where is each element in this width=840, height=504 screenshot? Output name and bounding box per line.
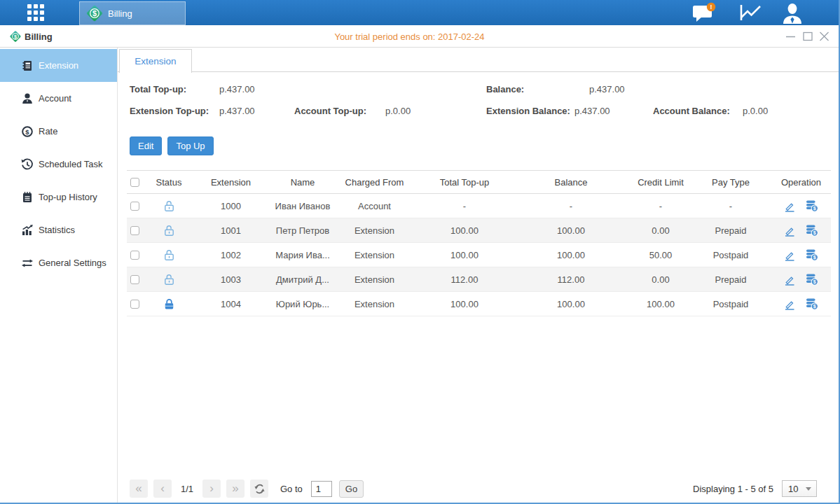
- cell-balance: 100.00: [511, 299, 631, 309]
- select-all-checkbox[interactable]: [130, 178, 139, 187]
- edit-button[interactable]: Edit: [130, 136, 162, 155]
- account-topup-label: Account Top-up:: [294, 106, 366, 116]
- edit-row-icon[interactable]: [783, 249, 796, 261]
- table-row[interactable]: 1001Петр ПетровExtension100.00100.000.00…: [127, 218, 831, 243]
- maximize-icon[interactable]: [802, 31, 813, 42]
- trial-notice: Your trial period ends on: 2017-02-24: [0, 31, 819, 42]
- sidebar-item-label: General Settings: [39, 258, 106, 268]
- row-checkbox[interactable]: [130, 275, 139, 284]
- column-header-operation[interactable]: Operation: [771, 177, 831, 188]
- table-row[interactable]: 1002Мария Ива...Extension100.00100.0050.…: [127, 243, 831, 267]
- row-checkbox[interactable]: [130, 251, 139, 260]
- table-row[interactable]: 1003Дмитрий Д...Extension112.00112.000.0…: [127, 267, 831, 292]
- topup-row-icon[interactable]: $: [805, 274, 819, 286]
- first-page-button[interactable]: «: [130, 479, 148, 498]
- app-launcher-icon[interactable]: [27, 4, 45, 22]
- extension-icon: [21, 59, 34, 72]
- topup-history-icon: [21, 191, 34, 204]
- sidebar-item-rate[interactable]: $ Rate: [0, 115, 117, 148]
- go-button[interactable]: Go: [339, 480, 364, 498]
- balance-label: Balance:: [486, 84, 524, 94]
- cell-total-topup: 100.00: [418, 225, 511, 236]
- column-header-balance[interactable]: Balance: [511, 177, 631, 188]
- cell-total-topup: 100.00: [418, 299, 511, 309]
- topbar-tab-label: Billing: [108, 8, 132, 19]
- cell-name: Мария Ива...: [275, 250, 331, 260]
- extension-balance-label: Extension Balance:: [486, 106, 570, 116]
- cell-extension: 1001: [187, 225, 275, 236]
- billing-window: $ Billing !: [0, 0, 840, 504]
- dropdown-arrow-icon: [806, 487, 811, 491]
- close-icon[interactable]: [819, 31, 829, 42]
- prev-page-button[interactable]: ‹: [153, 479, 172, 498]
- account-topup-value: p.0.00: [385, 106, 411, 116]
- extension-topup-value: p.437.00: [219, 106, 255, 116]
- refresh-icon: [254, 483, 266, 495]
- edit-row-icon[interactable]: [783, 274, 796, 286]
- column-header-charged-from[interactable]: Charged From: [331, 177, 418, 188]
- table-row[interactable]: 1000Иван ИвановAccount----$: [127, 194, 831, 218]
- sidebar-item-general-settings[interactable]: General Settings: [0, 246, 117, 279]
- lock-icon: [163, 298, 175, 310]
- topup-row-icon[interactable]: $: [805, 249, 819, 261]
- topbar-tab-billing[interactable]: $ Billing: [79, 1, 186, 25]
- sidebar-item-scheduled-task[interactable]: Scheduled Task: [0, 148, 117, 181]
- unlock-icon: [163, 249, 175, 261]
- sidebar-item-statistics[interactable]: Statistics: [0, 214, 117, 246]
- row-checkbox[interactable]: [130, 226, 139, 235]
- tab-extension[interactable]: Extension: [119, 49, 192, 73]
- sidebar-item-label: Rate: [39, 126, 57, 136]
- cell-credit-limit: 100.00: [631, 299, 690, 309]
- cell-name: Юрий Юрь...: [275, 299, 331, 309]
- tab-bar: Extension: [118, 48, 839, 72]
- sidebar-item-extension[interactable]: Extension: [0, 49, 117, 82]
- goto-page-input[interactable]: [311, 481, 332, 497]
- minimize-icon[interactable]: [785, 31, 796, 42]
- row-checkbox[interactable]: [130, 300, 139, 309]
- table-row[interactable]: 1004Юрий Юрь...Extension100.00100.00100.…: [127, 292, 831, 316]
- topup-row-icon[interactable]: $: [805, 225, 819, 237]
- column-header-status[interactable]: Status: [151, 177, 187, 188]
- cell-credit-limit: 0.00: [631, 274, 690, 285]
- svg-text:$: $: [813, 304, 816, 309]
- statistics-chart-icon[interactable]: [738, 2, 764, 23]
- top-up-button[interactable]: Top Up: [167, 136, 213, 155]
- edit-row-icon[interactable]: [783, 200, 796, 212]
- topup-row-icon[interactable]: $: [805, 298, 819, 310]
- topup-row-icon[interactable]: $: [805, 200, 819, 212]
- account-balance-label: Account Balance:: [653, 106, 730, 116]
- sidebar-item-label: Extension: [39, 60, 78, 71]
- extension-balance-value: p.437.00: [574, 106, 610, 116]
- column-header-pay-type[interactable]: Pay Type: [690, 177, 771, 188]
- sidebar-item-top-up-history[interactable]: Top-up History: [0, 181, 117, 214]
- page-size-select[interactable]: 10: [782, 480, 817, 497]
- refresh-button[interactable]: [250, 479, 268, 498]
- cell-extension: 1002: [187, 250, 275, 260]
- column-header-total-top-up[interactable]: Total Top-up: [418, 177, 511, 188]
- cell-total-topup: -: [418, 201, 511, 211]
- cell-charged-from: Account: [331, 201, 418, 211]
- messages-icon[interactable]: !: [691, 2, 719, 23]
- user-account-icon[interactable]: [780, 2, 805, 23]
- balance-value: p.437.00: [589, 84, 625, 94]
- column-header-name[interactable]: Name: [275, 177, 331, 188]
- sidebar-item-label: Account: [39, 93, 71, 104]
- cell-extension: 1003: [187, 274, 275, 285]
- column-header-credit-limit[interactable]: Credit Limit: [631, 177, 690, 188]
- next-page-button[interactable]: ›: [202, 479, 221, 498]
- grid-icon: [27, 4, 45, 22]
- sidebar-item-account[interactable]: Account: [0, 82, 117, 115]
- page-indicator: 1/1: [177, 484, 197, 494]
- last-page-button[interactable]: »: [226, 479, 245, 498]
- cell-balance: 100.00: [511, 250, 631, 260]
- cell-name: Иван Иванов: [275, 201, 331, 211]
- edit-row-icon[interactable]: [783, 298, 796, 310]
- window-controls: [785, 25, 829, 48]
- row-checkbox[interactable]: [130, 202, 139, 211]
- summary-row-2: Extension Top-up: p.437.00 Account Top-u…: [118, 106, 839, 118]
- svg-text:$: $: [92, 9, 97, 18]
- edit-row-icon[interactable]: [783, 225, 796, 237]
- billing-diamond-icon: $: [85, 4, 104, 22]
- unlock-icon: [163, 274, 175, 286]
- column-header-extension[interactable]: Extension: [187, 177, 275, 188]
